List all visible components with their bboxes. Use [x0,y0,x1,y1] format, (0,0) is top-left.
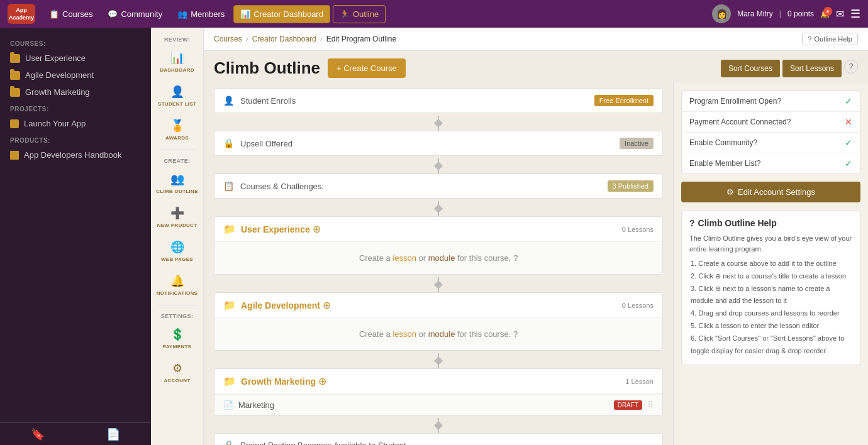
nav-members[interactable]: 👥 Members [171,6,231,23]
courses-icon: 📋 [49,9,59,19]
published-badge: 3 Published [608,180,654,192]
nav-outline[interactable]: 🏃 Outline [333,5,386,23]
student-enrolls-card: 👤 Student Enrolls Free Enrollment [214,88,663,113]
upsell-offered-label: Upsell Offered [240,139,620,148]
status-row-member-list: Enable Member List? ✓ [682,153,860,173]
module-link[interactable]: module [428,253,455,263]
course-agile-header: 📁 Agile Development ⊕ 0 Lessons [214,293,662,318]
course-folder-icon: 📁 [223,299,236,311]
course-ux-title[interactable]: User Experience [241,224,310,234]
courses-challenges-label: Courses & Challenges: [240,182,608,191]
course-growth-marketing: 📁 Growth Marketing ⊕ 1 Lesson 📄 Marketin… [214,368,663,415]
project-icon [10,119,19,128]
course-user-experience: 📁 User Experience ⊕ 0 Lessons Create a l… [214,216,663,275]
edit-account-button[interactable]: ⚙ Edit Account Settings [681,182,860,202]
help-icon[interactable]: ? [513,329,518,339]
outline-help-button[interactable]: ? Outline Help [802,33,858,45]
lesson-marketing-title[interactable]: Marketing [238,400,614,410]
outline-area: 👤 Student Enrolls Free Enrollment 🔒 Upse… [204,83,673,445]
breadcrumb-courses[interactable]: Courses [214,35,242,43]
course-agile-body: Create a lesson or module for this cours… [214,318,662,350]
module-link[interactable]: module [428,329,455,339]
course-ux-header: 📁 User Experience ⊕ 0 Lessons [214,217,662,242]
sec-item-student-list[interactable]: 👤 STUDENT LIST [152,79,203,112]
project-posting-card: 🔒 Project Posting Becomes Available to S… [214,433,663,445]
main-content: Courses › Creator Dashboard › Edit Progr… [204,28,868,445]
menu-icon[interactable]: ☰ [850,7,860,21]
sidebar-divider [159,150,196,150]
sidebar-item-growth-marketing[interactable]: Growth Marketing [0,84,151,101]
status-row-enrollment: Program Enrollment Open? ✓ [682,91,860,112]
course-agile-title[interactable]: Agile Development [241,300,320,310]
course-gm-title[interactable]: Growth Marketing [241,376,316,387]
course-ux-placeholder: Create a lesson or module for this cours… [223,248,654,268]
sidebar-item-launch-your-app[interactable]: Launch Your App [0,115,151,132]
person-icon: 👤 [223,96,234,106]
course-gm-lesson-count: 1 Lesson [625,378,654,385]
sec-item-account[interactable]: ⚙ ACCOUNT [152,356,203,388]
review-label: REVIEW: [151,33,203,44]
course-gm-add-button[interactable]: ⊕ [318,375,326,387]
student-list-icon: 👤 [170,84,185,99]
create-course-button[interactable]: + Create Course [328,58,406,78]
sidebar-divider-2 [159,305,196,305]
project-posting-label: Project Posting Becomes Available to Stu… [240,441,654,446]
sec-item-web-pages[interactable]: 🌐 WEB PAGES [152,234,203,267]
sidebar-item-agile-development[interactable]: Agile Development [0,67,151,84]
nav-courses[interactable]: 📋 Courses [43,6,99,23]
list-icon: 📋 [223,181,234,191]
lesson-link[interactable]: lesson [392,329,416,339]
drag-handle[interactable]: ⠿ [647,400,654,410]
lock-icon: 🔒 [223,440,234,445]
breadcrumb-creator-dashboard[interactable]: Creator Dashboard [252,35,316,43]
breadcrumb-current: Edit Program Outline [326,35,396,43]
sec-item-dashboard[interactable]: 📊 DASHBOARD [152,45,203,78]
app-logo[interactable]: App Academy [8,4,35,24]
course-ux-add-button[interactable]: ⊕ [313,223,321,235]
connector-6 [214,418,663,433]
page-title: Climb Outline [214,58,320,78]
sidebar-item-user-experience[interactable]: User Experience [0,50,151,67]
notification-bell[interactable]: 🔔 8 [820,9,830,18]
status-checklist: Program Enrollment Open? ✓ Payment Accou… [681,91,860,174]
help-question-icon: ? [689,218,695,228]
sec-item-awards[interactable]: 🏅 AWARDS [152,113,203,146]
messages-icon[interactable]: ✉ [836,8,844,20]
sort-courses-button[interactable]: Sort Courses [721,60,780,77]
breadcrumb-right: ? Outline Help [802,33,858,45]
nav-creator-dashboard[interactable]: 📊 Creator Dashboard [233,5,330,23]
sec-item-notifications[interactable]: 🔔 NOTIFICATIONS [152,268,203,301]
right-panel: Program Enrollment Open? ✓ Payment Accou… [673,83,868,445]
help-icon[interactable]: ? [513,253,518,263]
sec-item-climb-outline[interactable]: 👥 CLIMB OUTLINE [152,167,203,199]
gear-icon: ⚙ [726,187,734,197]
sort-lessons-button[interactable]: Sort Lessons [782,60,842,77]
document-icon[interactable]: 📄 [106,427,120,441]
connector-4 [214,277,663,292]
help-step-3: 3. Click ⊕ next to a lesson's name to cr… [691,283,852,308]
sidebar-item-app-developers-handbook[interactable]: App Developers Handbook [0,146,151,163]
flow-diamond [434,356,443,365]
members-icon: 👥 [177,9,187,19]
bookmark-icon[interactable]: 🔖 [31,427,45,441]
course-folder-icon: 📁 [223,223,236,235]
climb-outline-icon: 👥 [170,172,185,187]
create-label: CREATE: [151,154,203,165]
check-icon-member-list: ✓ [845,158,852,168]
course-agile-add-button[interactable]: ⊕ [323,299,331,311]
breadcrumb-sep-2: › [320,35,323,43]
web-pages-icon: 🌐 [170,239,185,255]
projects-section-label: PROJECTS: [0,101,151,115]
folder-icon [10,54,20,63]
dashboard-icon: 📊 [170,50,185,65]
user-avatar[interactable]: 👩 [712,4,731,23]
lesson-link[interactable]: lesson [392,253,416,263]
nav-community[interactable]: 💬 Community [101,6,169,23]
sec-item-payments[interactable]: 💲 PAYMENTS [152,322,203,354]
sort-help-button[interactable]: ? [844,60,858,74]
community-icon: 💬 [108,9,118,19]
page-header: Climb Outline + Create Course Sort Cours… [204,51,868,83]
lesson-row-marketing: 📄 Marketing DRAFT ⠿ [214,394,662,415]
flow-diamond [434,204,443,213]
sec-item-new-product[interactable]: ➕ NEW PRODUCT [152,201,203,233]
